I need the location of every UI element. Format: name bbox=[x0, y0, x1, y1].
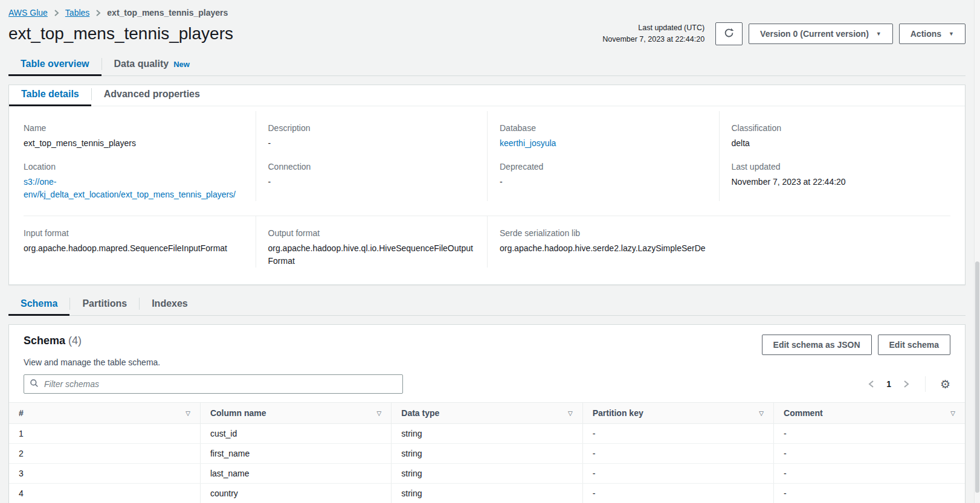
field-input-format-label: Input format bbox=[24, 228, 243, 238]
filter-triangle-icon[interactable]: ▽ bbox=[759, 410, 764, 417]
field-serde: Serde serialization lib org.apache.hadoo… bbox=[487, 216, 950, 268]
field-location: Location s3://one-env/kj_delta_ext_locat… bbox=[24, 150, 256, 201]
tab-data-quality[interactable]: Data quality New bbox=[102, 55, 202, 75]
cell-data-type: string bbox=[392, 484, 582, 503]
header-actions: Last updated (UTC) November 7, 2023 at 2… bbox=[602, 22, 965, 45]
schema-section-title: Schema (4) bbox=[24, 335, 82, 347]
cell-comment: - bbox=[774, 444, 965, 464]
column-header-column-name-label: Column name bbox=[210, 408, 266, 418]
cell-column-name: cust_id bbox=[200, 424, 391, 444]
details-grid: Name ext_top_mens_tennis_players Descrip… bbox=[9, 106, 965, 284]
field-deprecated-label: Deprecated bbox=[500, 162, 707, 171]
next-page-button[interactable] bbox=[902, 379, 911, 389]
field-input-format: Input format org.apache.hadoop.mapred.Se… bbox=[24, 216, 256, 268]
breadcrumb-current: ext_top_mens_tennis_players bbox=[107, 8, 228, 18]
field-serde-label: Serde serialization lib bbox=[500, 228, 938, 238]
field-last-updated-value: November 7, 2023 at 22:44:20 bbox=[732, 176, 939, 188]
last-updated-value: November 7, 2023 at 22:44:20 bbox=[602, 34, 704, 45]
cell-column-name: country bbox=[200, 484, 391, 503]
field-deprecated: Deprecated - bbox=[487, 150, 719, 201]
schema-card-header: Schema (4) Edit schema as JSON Edit sche… bbox=[9, 325, 965, 355]
last-updated-label: Last updated (UTC) bbox=[602, 22, 704, 34]
filter-schemas-input[interactable] bbox=[43, 379, 397, 389]
breadcrumb-aws-glue[interactable]: AWS Glue bbox=[8, 8, 48, 18]
edit-schema-button[interactable]: Edit schema bbox=[878, 335, 950, 355]
field-name: Name ext_top_mens_tennis_players bbox=[24, 111, 256, 150]
cell-comment: - bbox=[774, 424, 965, 444]
field-output-format: Output format org.apache.hadoop.hive.ql.… bbox=[256, 216, 488, 268]
refresh-button[interactable] bbox=[715, 22, 743, 45]
refresh-icon bbox=[724, 28, 734, 40]
details-tabbar: Table details Advanced properties bbox=[9, 85, 965, 106]
field-location-label: Location bbox=[24, 162, 243, 171]
table-row: 4 country string - - bbox=[9, 484, 965, 503]
filter-triangle-icon[interactable]: ▽ bbox=[185, 410, 190, 417]
location-link[interactable]: s3://one-env/kj_delta_ext_location/ext_t… bbox=[24, 176, 243, 201]
database-link[interactable]: keerthi_josyula bbox=[500, 137, 556, 150]
schema-description: View and manage the table schema. bbox=[9, 355, 965, 367]
filter-triangle-icon[interactable]: ▽ bbox=[568, 410, 573, 417]
field-last-updated: Last updated November 7, 2023 at 22:44:2… bbox=[719, 150, 951, 201]
column-header-partition-key: Partition key ▽ bbox=[582, 403, 773, 424]
field-name-label: Name bbox=[24, 123, 243, 133]
column-header-column-name: Column name ▽ bbox=[200, 403, 391, 424]
tab-advanced-properties[interactable]: Advanced properties bbox=[92, 85, 212, 106]
table-row: 2 first_name string - - bbox=[9, 444, 965, 464]
actions-dropdown-label: Actions bbox=[911, 29, 941, 39]
cell-column-name: last_name bbox=[200, 464, 391, 484]
cell-data-type: string bbox=[392, 424, 582, 444]
field-connection-value: - bbox=[268, 176, 475, 188]
actions-dropdown[interactable]: Actions ▼ bbox=[899, 24, 965, 44]
breadcrumb-tables[interactable]: Tables bbox=[65, 8, 89, 18]
field-last-updated-label: Last updated bbox=[732, 162, 939, 171]
tab-partitions[interactable]: Partitions bbox=[70, 295, 139, 315]
page-title: ext_top_mens_tennis_players bbox=[8, 24, 233, 43]
tab-schema[interactable]: Schema bbox=[8, 295, 69, 315]
caret-down-icon: ▼ bbox=[876, 31, 882, 37]
previous-page-button[interactable] bbox=[867, 379, 875, 389]
schema-filter-row: 1 ⚙ bbox=[9, 367, 965, 402]
edit-schema-label: Edit schema bbox=[889, 340, 939, 350]
top-tabbar: Table overview Data quality New bbox=[8, 55, 965, 76]
search-icon bbox=[30, 379, 39, 389]
version-dropdown[interactable]: Version 0 (Current version) ▼ bbox=[749, 24, 893, 44]
vertical-scrollbar[interactable] bbox=[974, 0, 980, 503]
tab-partitions-label: Partitions bbox=[82, 298, 127, 309]
column-header-data-type: Data type ▽ bbox=[392, 403, 582, 424]
settings-gear-icon[interactable]: ⚙ bbox=[940, 379, 950, 390]
tab-indexes[interactable]: Indexes bbox=[140, 295, 200, 315]
table-row: 3 last_name string - - bbox=[9, 464, 965, 484]
caret-down-icon: ▼ bbox=[949, 31, 954, 37]
cell-column-name: first_name bbox=[200, 444, 391, 464]
field-deprecated-value: - bbox=[500, 176, 707, 188]
page-number[interactable]: 1 bbox=[885, 379, 892, 389]
column-header-index-label: # bbox=[19, 408, 24, 418]
field-serde-value: org.apache.hadoop.hive.serde2.lazy.LazyS… bbox=[500, 242, 938, 255]
field-classification-label: Classification bbox=[732, 123, 939, 133]
version-dropdown-label: Version 0 (Current version) bbox=[760, 29, 869, 39]
tab-table-overview[interactable]: Table overview bbox=[8, 55, 102, 75]
column-header-data-type-label: Data type bbox=[401, 408, 439, 418]
cell-partition-key: - bbox=[582, 424, 773, 444]
tab-table-details[interactable]: Table details bbox=[9, 85, 91, 106]
scrollbar-thumb[interactable] bbox=[975, 261, 979, 493]
new-badge: New bbox=[173, 60, 190, 69]
field-database: Database keerthi_josyula bbox=[487, 111, 719, 150]
cell-index: 1 bbox=[9, 424, 200, 444]
cell-partition-key: - bbox=[582, 484, 773, 503]
schema-card: Schema (4) Edit schema as JSON Edit sche… bbox=[8, 324, 965, 503]
cell-index: 2 bbox=[9, 444, 200, 464]
schema-table: # ▽ Column name ▽ Data type ▽ bbox=[9, 402, 965, 503]
schema-title-text: Schema bbox=[24, 335, 65, 347]
field-description: Description - bbox=[256, 111, 488, 150]
edit-schema-json-button[interactable]: Edit schema as JSON bbox=[762, 335, 872, 355]
chevron-right-icon bbox=[95, 9, 101, 17]
page-header: ext_top_mens_tennis_players Last updated… bbox=[8, 22, 965, 45]
filter-triangle-icon[interactable]: ▽ bbox=[950, 410, 955, 417]
field-output-format-label: Output format bbox=[268, 228, 475, 238]
tab-schema-label: Schema bbox=[21, 298, 57, 309]
pagination: 1 ⚙ bbox=[867, 376, 950, 392]
field-classification: Classification delta bbox=[719, 111, 951, 150]
filter-triangle-icon[interactable]: ▽ bbox=[377, 410, 382, 417]
schema-tabbar: Schema Partitions Indexes bbox=[8, 295, 965, 316]
